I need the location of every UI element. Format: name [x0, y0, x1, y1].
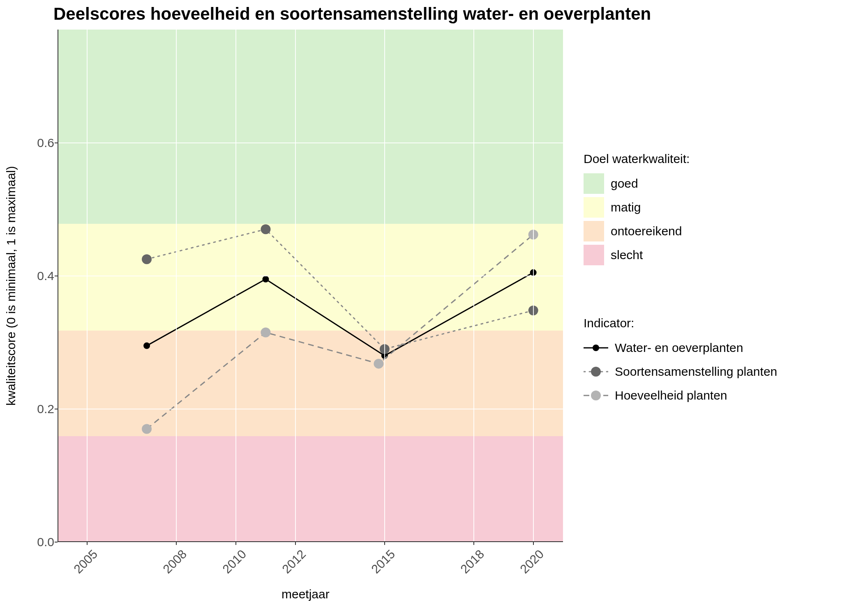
y-axis-line [58, 30, 58, 542]
series-point [142, 254, 152, 264]
gridline-v [295, 30, 296, 542]
legend-band-label: matig [611, 200, 641, 214]
gridline-v [473, 30, 474, 542]
legend-series-label: Soortensamenstelling planten [615, 365, 777, 379]
x-tick-mark [533, 542, 534, 545]
legend-swatch [584, 245, 604, 265]
legend-swatch [584, 173, 604, 194]
gridline-h [58, 143, 563, 143]
series-point [261, 327, 270, 337]
series-point [374, 359, 383, 369]
svg-point-1 [593, 345, 599, 351]
x-tick-label: 2012 [264, 547, 309, 592]
y-tick-mark [55, 276, 58, 276]
y-tick-label: 0.4 [13, 269, 54, 283]
gridline-h [58, 409, 563, 409]
x-tick-mark [176, 542, 177, 545]
svg-point-3 [591, 367, 601, 377]
gridline-v [533, 30, 534, 542]
series-point [261, 224, 270, 234]
legend-line-swatch [584, 389, 608, 402]
legend-band-label: ontoereikend [611, 224, 682, 238]
legend-series-title: Indicator: [584, 316, 777, 330]
x-axis-label: meetjaar [282, 587, 330, 601]
chart-container: Deelscores hoeveelheid en soortensamenst… [0, 0, 863, 616]
gridline-v [176, 30, 177, 542]
plot-area [58, 30, 563, 542]
x-axis-line [58, 541, 563, 542]
legend-series-label: Water- en oeverplanten [615, 341, 743, 355]
legend-band-label: goed [611, 177, 638, 191]
series-line-2 [147, 234, 533, 429]
y-tick-mark [55, 143, 58, 143]
legend-band-item: slecht [584, 245, 690, 265]
x-tick-mark [235, 542, 236, 545]
series-point [262, 276, 269, 283]
y-tick-label: 0.0 [13, 535, 54, 549]
legend-series-item: Soortensamenstelling planten [584, 361, 777, 382]
series-point [142, 424, 152, 434]
series-line-0 [147, 273, 533, 356]
x-tick-mark [87, 542, 88, 545]
svg-point-5 [591, 391, 601, 400]
legend-band-item: goed [584, 173, 690, 194]
y-tick-label: 0.6 [13, 136, 54, 150]
legend-series-item: Hoeveelheid planten [584, 385, 777, 406]
gridline-v [235, 30, 236, 542]
chart-title: Deelscores hoeveelheid en soortensamenst… [53, 4, 651, 24]
x-tick-mark [384, 542, 385, 545]
legend-line-swatch [584, 342, 608, 354]
gridline-h [58, 276, 563, 276]
x-tick-mark [295, 542, 296, 545]
legend-swatch [584, 197, 604, 218]
legend-bands: Doel waterkwaliteit: goedmatigontoereike… [584, 152, 690, 269]
legend-band-label: slecht [611, 248, 643, 262]
x-tick-label: 2010 [204, 547, 249, 592]
legend-bands-title: Doel waterkwaliteit: [584, 152, 690, 166]
x-tick-label: 2015 [353, 547, 398, 592]
x-tick-label: 2020 [502, 547, 547, 592]
legend-band-item: ontoereikend [584, 221, 690, 241]
series-point [143, 342, 150, 349]
x-tick-label: 2008 [145, 547, 190, 592]
legend-series: Indicator: Water- en oeverplantenSoorten… [584, 316, 777, 409]
legend-band-item: matig [584, 197, 690, 218]
legend-line-swatch [584, 365, 608, 378]
gridline-v [384, 30, 385, 542]
legend-swatch [584, 221, 604, 241]
x-tick-mark [473, 542, 474, 545]
y-axis-label: kwaliteitscore (0 is minimaal, 1 is maxi… [4, 166, 18, 405]
y-tick-mark [55, 542, 58, 542]
series-line-1 [147, 229, 533, 349]
legend-series-label: Hoeveelheid planten [615, 388, 727, 402]
legend-series-item: Water- en oeverplanten [584, 338, 777, 358]
x-tick-label: 2018 [442, 547, 487, 592]
gridline-v [87, 30, 88, 542]
x-tick-label: 2005 [55, 547, 100, 592]
y-tick-label: 0.2 [13, 402, 54, 416]
y-tick-mark [55, 409, 58, 409]
